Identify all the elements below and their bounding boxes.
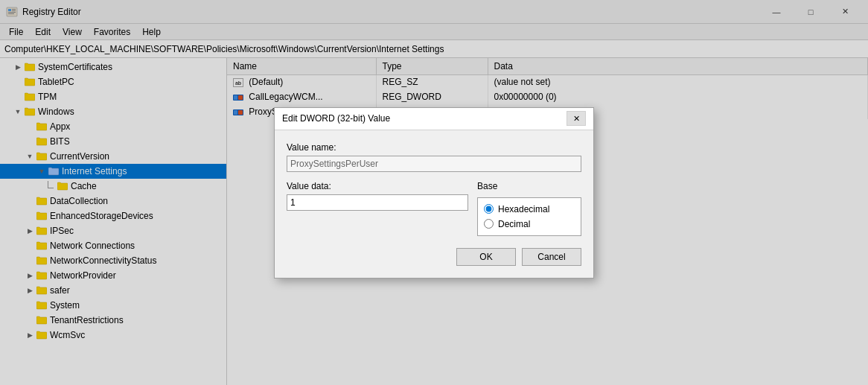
value-data-base-row: Value data: Base Hexadecimal Decimal [287, 181, 581, 236]
radio-dec-input[interactable] [484, 219, 494, 229]
dialog-title-bar: Edit DWORD (32-bit) Value ✕ [275, 108, 593, 130]
modal-overlay: Edit DWORD (32-bit) Value ✕ Value name: … [0, 0, 868, 385]
radio-hex-label: Hexadecimal [498, 204, 549, 214]
value-name-field: Value name: [287, 142, 581, 172]
value-name-input[interactable] [287, 156, 581, 172]
dialog-body: Value name: Value data: Base Hexadecim [275, 130, 593, 278]
value-data-input[interactable] [287, 194, 468, 211]
base-label: Base [477, 181, 581, 191]
radio-hex-input[interactable] [484, 204, 494, 214]
dialog-buttons: OK Cancel [287, 248, 581, 266]
value-data-section: Value data: [287, 181, 468, 236]
cancel-button[interactable]: Cancel [522, 248, 581, 266]
base-radio-group: Hexadecimal Decimal [477, 197, 581, 236]
ok-button[interactable]: OK [456, 248, 516, 266]
value-name-label: Value name: [287, 142, 581, 153]
base-section: Base Hexadecimal Decimal [477, 181, 581, 236]
value-data-label: Value data: [287, 181, 468, 191]
radio-decimal[interactable]: Decimal [484, 219, 575, 229]
radio-dec-label: Decimal [498, 219, 530, 229]
dialog-close-button[interactable]: ✕ [567, 111, 586, 126]
radio-hexadecimal[interactable]: Hexadecimal [484, 204, 575, 214]
edit-dword-dialog: Edit DWORD (32-bit) Value ✕ Value name: … [274, 107, 594, 279]
dialog-title: Edit DWORD (32-bit) Value [282, 113, 567, 124]
